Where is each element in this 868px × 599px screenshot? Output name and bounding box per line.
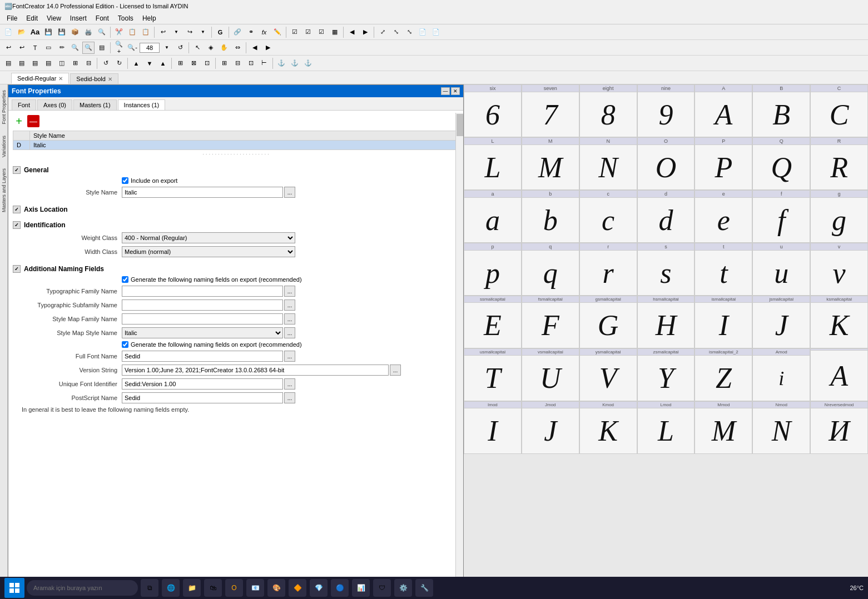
menu-font[interactable]: Font [91,13,113,23]
tb3-a1[interactable]: ▲ [130,57,142,69]
typographic-subfamily-btn[interactable]: ... [284,300,295,311]
fp-close-btn[interactable]: ✕ [451,87,460,95]
tb2-zoom-dd[interactable]: ▼ [161,42,173,54]
unique-font-id-btn[interactable]: ... [284,378,295,390]
tb-app2[interactable]: 🔶 [289,579,306,597]
tb3-d3[interactable]: ⚓ [302,57,314,69]
tb3-b2[interactable]: ⊠ [187,57,200,69]
tb3-b1[interactable]: ⊞ [174,57,186,69]
tb-validate2[interactable]: ☑ [302,26,314,38]
tb3-1[interactable]: ▤ [2,57,14,69]
glyph-cell-Kmod[interactable]: Kmod K [579,401,637,454]
full-font-name-input[interactable] [122,351,283,362]
style-map-style-select[interactable]: Italic [122,327,283,338]
tb3-a2[interactable]: ▼ [143,57,156,69]
menu-view[interactable]: View [42,13,66,23]
tb-save2[interactable]: 💾 [56,26,68,38]
tb-open[interactable]: 📂 [16,26,28,38]
tb3-2[interactable]: ▤ [16,57,28,69]
add-instance-btn[interactable]: + [13,115,25,127]
glyph-cell-p[interactable]: p p [464,243,522,296]
tb-app1[interactable]: 🎨 [267,579,285,597]
tb-zoom-fit3[interactable]: ⤡ [403,26,415,38]
tb2-zoomout[interactable]: 🔍- [126,42,138,54]
include-export-cb[interactable] [122,177,128,184]
glyph-cell-ysmallcapital[interactable]: ysmallcapital V [579,348,637,401]
glyph-cell-R[interactable]: R R [810,137,868,190]
glyph-cell-t[interactable]: t t [695,243,752,296]
tb2-zoomin2[interactable]: 🔍+ [113,42,125,54]
glyph-cell-s[interactable]: s s [637,243,695,296]
glyph-cell-L[interactable]: L L [464,137,522,190]
glyph-cell-a[interactable]: a a [464,190,522,243]
tb-cut[interactable]: ✂️ [113,26,125,38]
tb-app6[interactable]: 🛡 [373,579,391,597]
tb3-6[interactable]: ⊞ [69,57,81,69]
glyph-cell-fsmallcapital[interactable]: fsmallcapital F [522,296,579,348]
table-row[interactable]: D Italic [13,141,459,150]
glyph-cell-B[interactable]: B B [752,84,810,137]
tb-validate[interactable]: ☑ [289,26,301,38]
tb-app3[interactable]: 💎 [310,579,328,597]
tb-undo[interactable]: ↩ [157,26,169,38]
glyph-cell-v[interactable]: v v [810,243,868,296]
glyph-cell-hsmallcapital[interactable]: hsmallcapital H [637,296,695,348]
tb2-hand[interactable]: ✋ [218,42,230,54]
tb2-5[interactable]: ✏ [56,42,68,54]
axis-location-toggle[interactable]: ✓ [13,206,21,213]
glyph-cell-zsmallcapital[interactable]: zsmallcapital Y [637,348,695,401]
glyph-cell-Mmod[interactable]: Mmod M [695,401,752,454]
tb-next[interactable]: ▶ [359,26,371,38]
glyph-cell-usmallcapital[interactable]: usmallcapital T [464,348,522,401]
tb-app5[interactable]: 📊 [352,579,370,597]
doc-tab-close-2[interactable]: ✕ [108,76,112,82]
typographic-subfamily-input[interactable] [122,300,283,311]
glyph-cell-Imod[interactable]: Imod I [464,401,522,454]
general-toggle[interactable]: ✓ [13,166,21,174]
tb-validate3[interactable]: ☑ [315,26,328,38]
version-string-input[interactable] [122,365,389,376]
tb-grid[interactable]: ▦ [329,26,341,38]
glyph-cell-ismallcapital[interactable]: ismallcapital I [695,296,752,348]
tb-pen[interactable]: ✏️ [271,26,284,38]
glyph-cell-Nreversedmod[interactable]: Nreversedmod И [810,401,868,454]
additional-naming-header[interactable]: ✓ Additional Naming Fields [13,265,459,273]
fp-scrollbar-thumb[interactable] [457,114,463,136]
glyph-cell-u[interactable]: u u [752,243,810,296]
tb2-6[interactable]: 🔍 [69,42,81,54]
tb-print[interactable]: 🖨️ [82,26,95,38]
style-map-family-input[interactable] [122,313,283,325]
tb3-a3[interactable]: ▲ [157,57,169,69]
tb3-8[interactable]: ↺ [100,57,112,69]
fp-tab-font[interactable]: Font [12,99,36,110]
glyph-cell-N[interactable]: N N [579,137,637,190]
glyph-cell-gsmallcapital[interactable]: gsmallcapital G [579,296,637,348]
generate-naming-cb2[interactable] [122,341,128,348]
menu-file[interactable]: File [2,13,22,23]
tb-redo[interactable]: ↪ [183,26,196,38]
glyph-cell-Nmod[interactable]: Nmod N [752,401,810,454]
full-font-name-btn[interactable]: ... [284,351,295,362]
generate-naming-cb[interactable] [122,276,128,283]
fp-tab-instances[interactable]: Instances (1) [118,99,166,110]
tb3-7[interactable]: ⊟ [82,57,95,69]
tb-zoom-fit2[interactable]: ⤡ [390,26,402,38]
fp-tab-axes[interactable]: Axes (0) [37,99,72,110]
tb-redo-dd[interactable]: ▼ [197,26,209,38]
tb-new[interactable]: 📄 [2,26,14,38]
postscript-name-btn[interactable]: ... [284,392,295,403]
unique-font-id-input[interactable] [122,378,283,390]
glyph-cell-Jmod[interactable]: Jmod J [522,401,579,454]
glyph-cell-q[interactable]: q q [522,243,579,296]
tb3-5[interactable]: ◫ [56,57,68,69]
tb3-d2[interactable]: ⚓ [289,57,301,69]
tb3-4[interactable]: ▤ [42,57,54,69]
tb-link[interactable]: 🔗 [231,26,244,38]
tb-undo-dd[interactable]: ▼ [170,26,182,38]
menu-edit[interactable]: Edit [22,13,42,23]
tb-link2[interactable]: ⚭ [245,26,257,38]
style-name-input[interactable]: Italic [122,187,283,198]
tb-office[interactable]: O [225,579,243,597]
axis-location-header[interactable]: ✓ Axis Location [13,206,459,213]
glyph-cell-Q[interactable]: Q Q [752,137,810,190]
